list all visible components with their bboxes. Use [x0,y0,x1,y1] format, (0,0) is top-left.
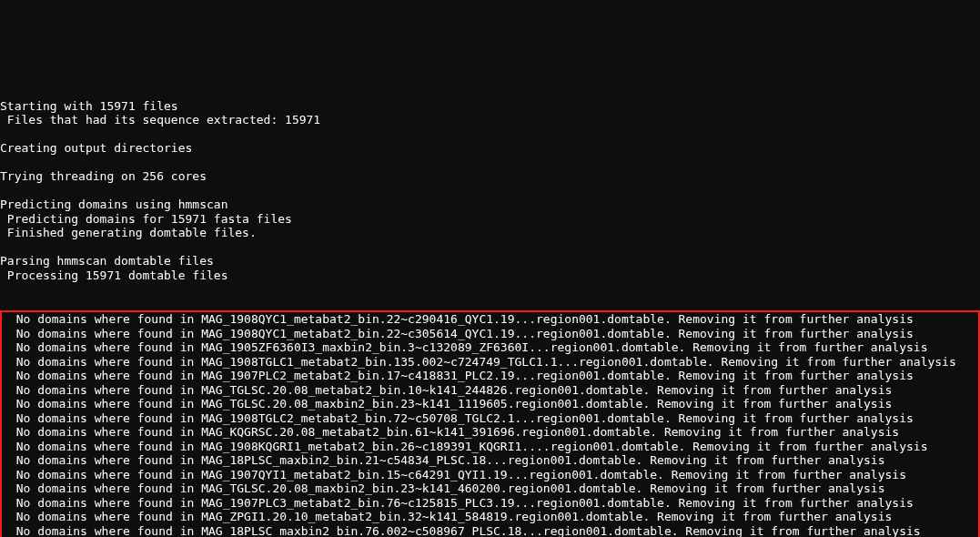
pre_lines-line [0,127,980,142]
pre_lines-line: Files that had its sequence extracted: 1… [0,113,980,127]
boxed_lines-line: No domains where found in MAG_1908TGLC1_… [2,355,978,370]
boxed_lines-line: No domains where found in MAG_ZPGI1.20.1… [2,510,978,524]
pre_lines-line: Predicting domains using hmmscan [0,198,980,212]
pre-block: Starting with 15971 files Files that had… [0,99,980,283]
pre_lines-line: Trying threading on 256 cores [0,169,980,184]
boxed_lines-line: No domains where found in MAG_1907PLC3_m… [2,496,978,511]
boxed_lines-line: No domains where found in MAG_18PLSC_max… [2,524,978,538]
boxed_lines-line: No domains where found in MAG_1907QYI1_m… [2,468,978,482]
boxed_lines-line: No domains where found in MAG_18PLSC_max… [2,453,978,468]
boxed_lines-line: No domains where found in MAG_1908QYC1_m… [2,327,978,341]
pre_lines-line: Predicting domains for 15971 fasta files [0,212,980,227]
pre_lines-line: Finished generating domtable files. [0,226,980,240]
highlighted-warnings-box: No domains where found in MAG_1908QYC1_m… [0,310,980,537]
pre_lines-line: Starting with 15971 files [0,99,980,114]
boxed_lines-line: No domains where found in MAG_1907PLC2_m… [2,369,978,383]
boxed_lines-line: No domains where found in MAG_1905ZF6360… [2,340,978,355]
pre_lines-line: Parsing hmmscan domtable files [0,254,980,268]
boxed_lines-line: No domains where found in MAG_TGLSC.20.0… [2,397,978,411]
pre_lines-line [0,156,980,170]
terminal-output: Starting with 15971 files Files that had… [0,71,980,538]
boxed_lines-line: No domains where found in MAG_TGLSC.20.0… [2,481,978,496]
boxed_lines-line: No domains where found in MAG_1908QYC1_m… [2,312,978,327]
pre_lines-line: Processing 15971 domtable files [0,268,980,283]
boxed_lines-line: No domains where found in MAG_TGLSC.20.0… [2,383,978,398]
boxed_lines-line: No domains where found in MAG_1908TGLC2_… [2,411,978,426]
boxed_lines-line: No domains where found in MAG_KQGRSC.20.… [2,425,978,440]
pre_lines-line [0,184,980,198]
pre_lines-line [0,240,980,255]
pre_lines-line: Creating output directories [0,141,980,156]
boxed_lines-line: No domains where found in MAG_1908KQGRI1… [2,440,978,454]
